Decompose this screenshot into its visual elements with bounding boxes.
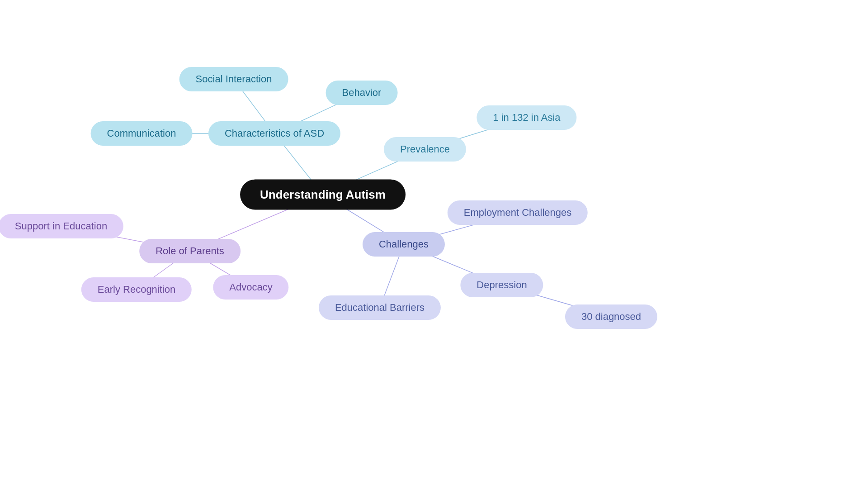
advocacy-node[interactable]: Advocacy: [213, 275, 288, 300]
social-interaction-node[interactable]: Social Interaction: [179, 67, 288, 91]
in-132-asia-node[interactable]: 1 in 132 in Asia: [476, 105, 576, 130]
early-recognition-node[interactable]: Early Recognition: [81, 277, 192, 302]
educational-barriers-node[interactable]: Educational Barriers: [319, 295, 441, 320]
center-node[interactable]: Understanding Autism: [240, 180, 406, 210]
behavior-node[interactable]: Behavior: [326, 81, 398, 105]
characteristics-node[interactable]: Characteristics of ASD: [208, 121, 340, 146]
challenges-node[interactable]: Challenges: [363, 232, 445, 257]
depression-node[interactable]: Depression: [460, 273, 543, 297]
role-of-parents-node[interactable]: Role of Parents: [139, 239, 241, 263]
thirty-diagnosed-node[interactable]: 30 diagnosed: [565, 304, 657, 329]
communication-node[interactable]: Communication: [91, 121, 193, 146]
support-in-education-node[interactable]: Support in Education: [0, 214, 123, 238]
prevalence-node[interactable]: Prevalence: [384, 137, 466, 162]
employment-challenges-node[interactable]: Employment Challenges: [448, 200, 588, 225]
